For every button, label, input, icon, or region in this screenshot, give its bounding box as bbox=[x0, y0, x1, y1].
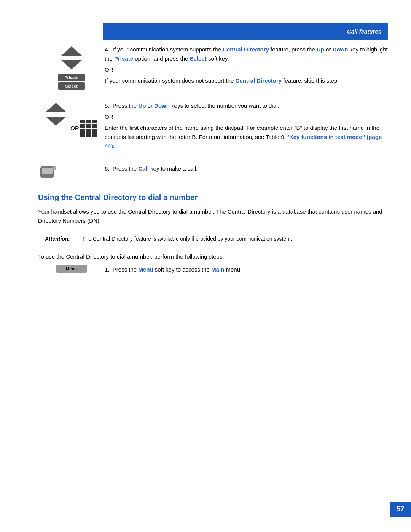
select-link-4: Select bbox=[190, 55, 207, 62]
step-5-icon-area: OR bbox=[38, 101, 105, 139]
to-use-text: To use the Central Directory to dial a n… bbox=[38, 252, 388, 261]
step-5-or-label: OR bbox=[68, 101, 80, 131]
dialpad-key bbox=[92, 129, 97, 133]
step-5-row: OR bbox=[38, 101, 388, 153]
dialpad-key bbox=[86, 120, 91, 123]
menu-softkey[interactable]: Menu bbox=[56, 265, 87, 273]
dialpad-key bbox=[92, 124, 97, 128]
select-softkey[interactable]: Select bbox=[58, 82, 85, 90]
dialpad-key bbox=[86, 129, 91, 133]
dialpad-key bbox=[80, 120, 85, 123]
attention-label: Attention: bbox=[45, 236, 79, 242]
up-link-5: Up bbox=[138, 102, 146, 109]
svg-marker-1 bbox=[61, 60, 82, 69]
section-heading: Using the Central Directory to dial a nu… bbox=[38, 193, 388, 202]
down-link-5: Down bbox=[154, 102, 170, 109]
call-link-6: Call bbox=[138, 165, 149, 172]
central-directory-link-4a: Central Directory bbox=[223, 46, 269, 53]
page-number-badge: 57 bbox=[390, 502, 411, 517]
step-6-text: 6. Press the Call key to make a call. bbox=[105, 164, 388, 175]
step-6-label: 6. Press the Call key to make a call. bbox=[105, 164, 388, 173]
step-5-arrows bbox=[44, 101, 68, 127]
down-link-4: Down bbox=[333, 46, 348, 53]
call-key-icon bbox=[38, 166, 59, 182]
dialpad-key bbox=[80, 133, 85, 137]
section-desc: Your handset allows you to use the Centr… bbox=[38, 207, 388, 225]
nav-up-icon-5 bbox=[44, 101, 68, 113]
menu-step-icon-area: Menu bbox=[38, 265, 105, 273]
dialpad-key bbox=[80, 129, 85, 133]
step-5-label-2: Enter the first characters of the name u… bbox=[105, 123, 388, 151]
private-softkey[interactable]: Private bbox=[58, 74, 85, 81]
dialpad-key bbox=[80, 124, 85, 128]
menu-step-text: 1. Press the Menu soft key to access the… bbox=[105, 265, 388, 276]
softkey-bar: Private Select bbox=[58, 74, 85, 90]
svg-rect-6 bbox=[53, 166, 56, 170]
step-6-icon-area bbox=[38, 164, 105, 182]
nav-down-icon bbox=[60, 59, 83, 71]
dialpad-key bbox=[92, 120, 97, 123]
svg-marker-3 bbox=[46, 117, 66, 126]
nav-up-icon bbox=[60, 45, 83, 57]
central-directory-link-4b: Central Directory bbox=[236, 77, 282, 84]
attention-box: Attention: The Central Directory feature… bbox=[38, 232, 388, 246]
step-4-label: 4. If your communication system supports… bbox=[105, 45, 388, 63]
nav-down-icon-5 bbox=[44, 115, 68, 127]
dialpad-key bbox=[86, 133, 91, 137]
step-4-icon-area: Private Select bbox=[38, 45, 105, 90]
attention-text: The Central Directory feature is availab… bbox=[82, 236, 292, 242]
menu-step-label: 1. Press the Menu soft key to access the… bbox=[105, 265, 388, 274]
dialpad-key bbox=[92, 133, 97, 137]
step-5-dialpad bbox=[80, 101, 99, 139]
private-link-4: Private bbox=[114, 55, 133, 62]
up-link-4: Up bbox=[317, 46, 324, 53]
step-4-text: 4. If your communication system supports… bbox=[105, 45, 388, 87]
svg-rect-5 bbox=[42, 168, 53, 174]
dialpad-key bbox=[86, 124, 91, 128]
menu-step-row: Menu 1. Press the Menu soft key to acces… bbox=[38, 265, 388, 276]
step-4-second: If your communication system does not su… bbox=[105, 76, 388, 85]
step-5-text: 5. Press the Up or Down keys to select t… bbox=[105, 101, 388, 153]
header-title: Call features bbox=[347, 28, 381, 35]
page-container: Call features Private Select bbox=[0, 0, 411, 532]
menu-link: Menu bbox=[138, 266, 153, 273]
step-4-or: OR bbox=[105, 65, 388, 74]
header-bar: Call features bbox=[103, 23, 388, 40]
step-5-label-1: 5. Press the Up or Down keys to select t… bbox=[105, 101, 388, 110]
content-area: Private Select 4. If your communication … bbox=[38, 40, 388, 494]
step-5-or: OR bbox=[105, 112, 388, 121]
svg-marker-2 bbox=[46, 103, 66, 112]
step-4-row: Private Select 4. If your communication … bbox=[38, 45, 388, 90]
svg-marker-0 bbox=[61, 46, 82, 56]
dialpad-icon bbox=[80, 120, 99, 139]
step-6-row: 6. Press the Call key to make a call. bbox=[38, 164, 388, 182]
key-functions-link: Key functions in text mode” (page 44). bbox=[105, 134, 382, 149]
main-link: Main bbox=[211, 266, 224, 273]
